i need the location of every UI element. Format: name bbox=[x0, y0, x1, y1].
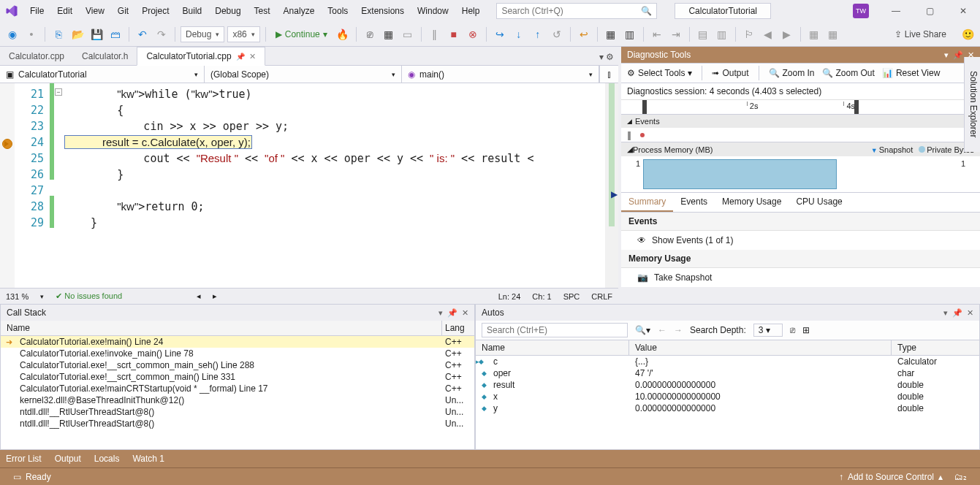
nav-function-combo[interactable]: ◉ main()▾ bbox=[402, 66, 599, 83]
maximize-button[interactable]: ▢ bbox=[913, 0, 946, 22]
panel-close-icon[interactable]: ✕ bbox=[967, 308, 973, 318]
take-snapshot-link[interactable]: 📷Take Snapshot bbox=[621, 268, 980, 287]
breakpoint-gutter[interactable] bbox=[0, 83, 15, 288]
call-stack-row[interactable]: CalculatorTutorial.exe!mainCRTStartup(vo… bbox=[1, 383, 474, 394]
continue-button[interactable]: ▶ Continue ▾ bbox=[271, 29, 332, 39]
ext-button-1[interactable]: ▦ bbox=[603, 26, 619, 42]
new-item-button[interactable]: ⎘ bbox=[50, 26, 67, 42]
panel-dropdown-icon[interactable]: ▾ bbox=[438, 308, 443, 318]
search-input[interactable] bbox=[501, 6, 641, 16]
nav-project-combo[interactable]: ▣ CalculatorTutorial▾ bbox=[0, 66, 205, 83]
undo-button[interactable]: ↶ bbox=[134, 26, 151, 42]
menu-project[interactable]: Project bbox=[135, 1, 175, 20]
bottom-tab-locals[interactable]: Locals bbox=[94, 454, 120, 464]
source-control-button[interactable]: ↑ Add to Source Control ▴ bbox=[833, 472, 949, 482]
menu-git[interactable]: Git bbox=[111, 1, 135, 20]
close-button[interactable]: ✕ bbox=[946, 0, 980, 22]
menu-analyze[interactable]: Analyze bbox=[277, 1, 322, 20]
thread-button[interactable]: ▦ bbox=[381, 26, 397, 42]
zoom-level[interactable]: 131 % bbox=[6, 292, 29, 301]
restart-button[interactable]: ⊗ bbox=[465, 26, 481, 42]
menu-tools[interactable]: Tools bbox=[321, 1, 354, 20]
bookmark-button[interactable]: 🏳 bbox=[741, 26, 757, 42]
event-marker[interactable] bbox=[640, 133, 645, 137]
nav-back-icon[interactable]: ← bbox=[658, 325, 666, 335]
panel-dropdown-icon[interactable]: ▾ bbox=[944, 50, 949, 60]
call-stack-row[interactable]: CalculatorTutorial.exe!invoke_main() Lin… bbox=[1, 348, 474, 359]
search-icon[interactable]: 🔍▾ bbox=[635, 325, 650, 335]
run-to-cursor-button[interactable]: ↩ bbox=[576, 26, 592, 42]
diag-tab-memory-usage[interactable]: Memory Usage bbox=[715, 193, 789, 212]
zoom-out-button[interactable]: 🔍 Zoom Out bbox=[822, 68, 875, 78]
panel-pin-icon[interactable]: 📌 bbox=[952, 308, 962, 318]
menu-build[interactable]: Build bbox=[176, 1, 209, 20]
autos-row[interactable]: y0.000000000000000double bbox=[476, 402, 979, 414]
platform-combo[interactable]: x86▾ bbox=[227, 26, 259, 42]
fold-toggle-icon[interactable]: − bbox=[55, 88, 62, 96]
zoom-in-button[interactable]: 🔍 Zoom In bbox=[769, 68, 815, 78]
step-out-button[interactable]: ↑ bbox=[530, 26, 546, 42]
editor-tab[interactable]: Calculator.cpp bbox=[0, 47, 73, 65]
show-events-link[interactable]: 👁Show Events (1 of 1) bbox=[621, 231, 980, 250]
autos-row[interactable]: c{...}Calculator bbox=[476, 356, 979, 367]
editor-scrollbar[interactable]: ▶ bbox=[605, 83, 618, 288]
misc-button-1[interactable]: ▦ bbox=[806, 26, 822, 42]
menu-help[interactable]: Help bbox=[455, 1, 487, 20]
call-stack-row[interactable]: ntdll.dll!__RtlUserThreadStart@8()Un... bbox=[1, 406, 474, 418]
open-button[interactable]: 📂 bbox=[69, 26, 86, 42]
events-section-header[interactable]: ◢Events bbox=[621, 115, 980, 128]
user-badge[interactable]: TW bbox=[853, 4, 869, 18]
step-over-button[interactable]: ↪ bbox=[492, 26, 508, 42]
redo-button[interactable]: ↷ bbox=[153, 26, 170, 42]
indent-more-button[interactable]: ⇥ bbox=[668, 26, 684, 42]
step-into-button[interactable]: ↓ bbox=[511, 26, 527, 42]
solution-explorer-tab[interactable]: Solution Explorer bbox=[964, 57, 980, 152]
nav-scope-combo[interactable]: (Global Scope)▾ bbox=[205, 66, 402, 83]
menu-view[interactable]: View bbox=[79, 1, 111, 20]
call-stack-row[interactable]: kernel32.dll!@BaseThreadInitThunk@12()Un… bbox=[1, 394, 474, 406]
process-button[interactable]: ⎚ bbox=[362, 26, 378, 42]
hot-reload-button[interactable]: 🔥 bbox=[335, 26, 351, 42]
forward-button[interactable]: • bbox=[23, 26, 39, 42]
editor-tab[interactable]: Calculator.h bbox=[73, 47, 137, 65]
output-button[interactable]: ➟ Output bbox=[712, 68, 748, 78]
select-tools-button[interactable]: ⚙ Select Tools ▾ bbox=[627, 68, 692, 78]
editor-tab[interactable]: CalculatorTutorial.cpp 📌 ✕ bbox=[137, 47, 265, 66]
feedback-button[interactable]: 🙂 bbox=[960, 26, 976, 42]
call-stack-row[interactable]: CalculatorTutorial.exe!__scrt_common_mai… bbox=[1, 359, 474, 371]
back-button[interactable]: ◉ bbox=[4, 26, 20, 42]
search-depth-combo[interactable]: 3 ▾ bbox=[753, 324, 783, 337]
panel-pin-icon[interactable]: 📌 bbox=[447, 308, 457, 318]
fold-gutter[interactable]: − bbox=[54, 83, 64, 288]
autos-row[interactable]: result0.000000000000000double bbox=[476, 379, 979, 391]
configuration-combo[interactable]: Debug▾ bbox=[181, 26, 224, 42]
stop-button[interactable]: ■ bbox=[446, 26, 462, 42]
diag-tab-cpu-usage[interactable]: CPU Usage bbox=[789, 193, 849, 212]
next-bookmark-button[interactable]: ▶ bbox=[779, 26, 795, 42]
misc-button-2[interactable]: ▦ bbox=[825, 26, 841, 42]
ext-button-2[interactable]: ▥ bbox=[622, 26, 638, 42]
code-editor[interactable]: 212223242526272829 − "kw">while ("kw">tr… bbox=[0, 83, 618, 288]
comment-button[interactable]: ▤ bbox=[695, 26, 711, 42]
uncomment-button[interactable]: ▥ bbox=[714, 26, 730, 42]
panel-close-icon[interactable]: ✕ bbox=[462, 308, 468, 318]
bottom-tab-output[interactable]: Output bbox=[55, 454, 81, 464]
indent-less-button[interactable]: ⇤ bbox=[649, 26, 665, 42]
reset-view-button[interactable]: 📊 Reset View bbox=[882, 68, 940, 78]
filter-icon[interactable]: ⎚ bbox=[790, 325, 795, 335]
panel-dropdown-icon[interactable]: ▾ bbox=[943, 308, 948, 318]
save-all-button[interactable]: 🗃 bbox=[107, 26, 124, 42]
diag-timeline[interactable]: 2s 4s bbox=[621, 100, 980, 115]
split-editor-icon[interactable]: ⫿ bbox=[599, 66, 618, 83]
call-stack-row[interactable]: CalculatorTutorial.exe!main() Line 24C++ bbox=[1, 336, 474, 348]
pause-button[interactable]: ‖ bbox=[427, 26, 443, 42]
global-search[interactable]: 🔍 bbox=[496, 3, 657, 19]
prev-bookmark-button[interactable]: ◀ bbox=[760, 26, 776, 42]
autos-search-input[interactable] bbox=[482, 323, 628, 337]
stack-frame-button[interactable]: ▭ bbox=[400, 26, 416, 42]
menu-edit[interactable]: Edit bbox=[50, 1, 79, 20]
panel-pin-icon[interactable]: 📌 bbox=[953, 50, 963, 60]
view-icon[interactable]: ⊞ bbox=[802, 325, 810, 335]
call-stack-row[interactable]: ntdll.dll!__RtlUserThreadStart@8()Un... bbox=[1, 418, 474, 429]
diag-tab-summary[interactable]: Summary bbox=[621, 193, 673, 212]
